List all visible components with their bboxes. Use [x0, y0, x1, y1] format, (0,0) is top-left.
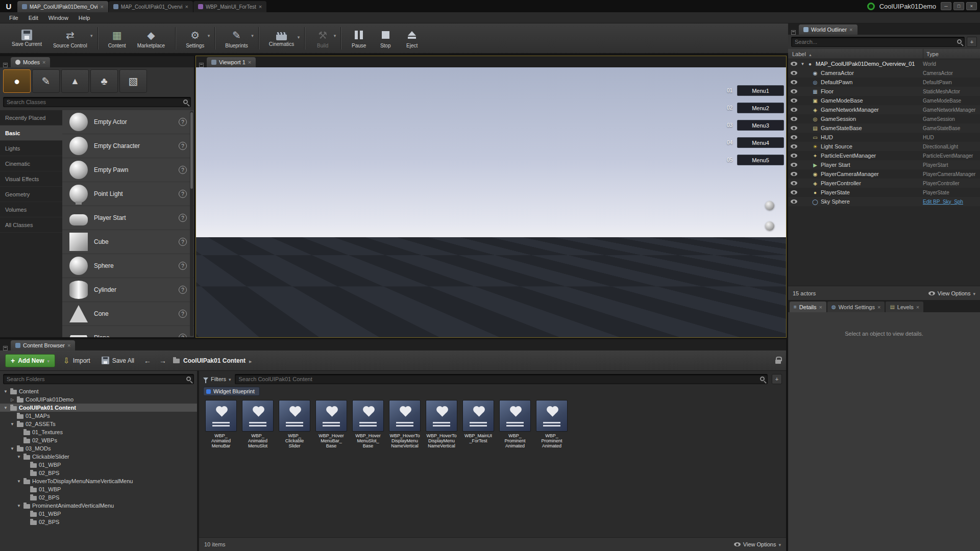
menu-window[interactable]: Window [43, 14, 74, 22]
menu-help[interactable]: Help [74, 14, 95, 22]
outliner-actor-row[interactable]: ▭ HUD HUD [788, 133, 980, 142]
save-all-button[interactable]: Save All [99, 354, 137, 367]
close-icon[interactable] [42, 59, 45, 65]
viewport-overlay-button[interactable] [765, 221, 774, 231]
outliner-actor-row[interactable]: ◉ PlayerCameraManager PlayerCameraManage… [788, 169, 980, 179]
asset-tile[interactable]: WBP_ Prominent Animated [534, 400, 570, 448]
close-icon[interactable] [849, 27, 852, 33]
forward-button[interactable]: → [158, 357, 168, 365]
asset-tile[interactable]: WBP_ Animated MenuBar [203, 400, 239, 448]
chevron-down-icon[interactable] [90, 33, 93, 38]
outliner-actor-row[interactable]: ◈ PlayerController PlayerController [788, 179, 980, 188]
settings-button[interactable]: Settings [180, 27, 210, 50]
outliner-actor-row[interactable]: ✦ ParticleEventManager ParticleEventMana… [788, 151, 980, 160]
placeable-item[interactable]: Empty Character ? [62, 134, 194, 158]
expand-arrow-icon[interactable]: ▼ [3, 406, 8, 410]
asset-tile[interactable]: WBP_HoverTo DisplayMenu NameVertical [387, 400, 423, 448]
close-icon[interactable] [877, 304, 880, 310]
outliner-actor-row[interactable]: ◎ DefaultPawn DefaultPawn [788, 78, 980, 87]
help-icon[interactable]: ? [179, 214, 187, 222]
breadcrumb[interactable]: CoolUIPak01 Content [173, 357, 252, 364]
lock-button[interactable] [775, 360, 781, 364]
folder-tree-item[interactable]: 01_WBP [0, 461, 197, 469]
document-tab[interactable]: WBP_MainUI_ForTest [193, 1, 266, 12]
placeable-item[interactable]: Plane ? [62, 326, 194, 337]
outliner-actor-row[interactable]: ◈ GameNetworkManager GameNetworkManager [788, 105, 980, 114]
tab-world-outliner[interactable]: World Outliner [799, 24, 857, 35]
visibility-eye-icon[interactable] [788, 154, 799, 158]
expand-arrow-icon[interactable]: ▼ [10, 446, 15, 451]
column-header-type[interactable]: Type [923, 49, 980, 59]
asset-tile[interactable]: WBP_MainUI _ForTest [460, 400, 496, 443]
breadcrumb-arrow-icon[interactable] [249, 357, 252, 364]
folder-tree-item[interactable]: ▷ CoolUIPak01Demo [0, 395, 197, 404]
maximize-button[interactable]: □ [953, 2, 964, 10]
asset-tile[interactable]: WBP_Hover MenuBar_ Base [313, 400, 349, 448]
add-new-button[interactable]: Add New [5, 354, 55, 367]
visibility-eye-icon[interactable] [788, 89, 799, 93]
slider-knob[interactable] [399, 318, 410, 329]
pause-button[interactable]: Pause [346, 27, 372, 50]
expand-arrow-icon[interactable]: ▼ [10, 422, 15, 427]
outliner-world-row[interactable]: ▼ ● MAP_CoolUIPak01Demo_Overview_01 Worl… [788, 59, 980, 68]
placeable-item[interactable]: Cube ? [62, 230, 194, 254]
menu-edit[interactable]: Edit [23, 14, 43, 22]
folder-tree-item[interactable]: 01_WBP [0, 510, 197, 518]
folder-tree-item[interactable]: ▼ 02_ASSETs [0, 420, 197, 428]
close-button[interactable]: × [966, 2, 977, 10]
geometry-mode-button[interactable] [119, 69, 147, 93]
source-control-button[interactable]: Source Control [47, 27, 93, 50]
visibility-eye-icon[interactable] [788, 62, 799, 66]
visibility-eye-icon[interactable] [788, 199, 799, 204]
viewport-overlay-button[interactable] [765, 242, 774, 251]
help-icon[interactable]: ? [179, 190, 187, 198]
close-icon[interactable] [916, 304, 919, 310]
outliner-filter-button[interactable] [967, 37, 977, 47]
placeable-item[interactable]: Sphere ? [62, 254, 194, 278]
marketplace-button[interactable]: Marketplace [132, 27, 170, 50]
close-icon[interactable] [819, 304, 822, 310]
help-icon[interactable]: ? [179, 334, 187, 337]
viewport-overlay-button[interactable] [765, 201, 774, 210]
outliner-actor-row[interactable]: ◯ Sky Sphere Edit BP_Sky_Sph [788, 197, 980, 206]
outliner-actor-row[interactable]: ☀ Light Source DirectionalLight [788, 142, 980, 151]
mode-category[interactable]: All Classes [0, 217, 62, 233]
slider-knob[interactable] [557, 288, 568, 299]
placeable-item[interactable]: Empty Pawn ? [62, 158, 194, 182]
cinematics-button[interactable]: Cinematics [263, 28, 300, 48]
tab-well-icon[interactable] [791, 30, 796, 35]
folder-tree-item[interactable]: 01_Textures [0, 428, 197, 436]
folder-tree-item[interactable]: 01_MAPs [0, 412, 197, 420]
foliage-mode-button[interactable] [90, 69, 118, 93]
outliner-search-input[interactable] [791, 37, 965, 47]
minimize-button[interactable]: ─ [941, 2, 951, 10]
placeable-item[interactable]: Cylinder ? [62, 278, 194, 302]
close-icon[interactable] [185, 4, 188, 10]
asset-tile[interactable]: WBP_ Animated MenuSlot [240, 400, 276, 448]
scrollbar[interactable] [190, 111, 193, 336]
chevron-down-icon[interactable] [208, 33, 210, 38]
help-icon[interactable]: ? [179, 262, 187, 270]
expand-arrow-icon[interactable]: ▼ [16, 504, 21, 508]
viewport-overlay-button[interactable] [765, 283, 774, 292]
chevron-down-icon[interactable] [251, 33, 254, 38]
slider-knob[interactable] [589, 318, 600, 329]
mode-category[interactable]: Recently Placed [0, 110, 62, 126]
folder-tree-item[interactable]: ▼ CoolUIPak01 Content [0, 404, 197, 412]
menu-item-button[interactable]: Menu3 [737, 120, 784, 131]
asset-search-input[interactable] [235, 374, 768, 384]
modes-search-input[interactable] [3, 97, 191, 107]
document-tab[interactable]: MAP_CoolUIPak01Demo_Ovi [17, 1, 108, 12]
folder-tree-item[interactable]: 02_BPS [0, 518, 197, 526]
help-icon[interactable]: ? [179, 238, 187, 246]
back-button[interactable]: ← [142, 357, 153, 365]
close-icon[interactable] [67, 342, 70, 348]
close-icon[interactable] [248, 59, 251, 65]
chevron-down-icon[interactable] [334, 33, 336, 38]
expand-arrow-icon[interactable]: ▷ [10, 397, 15, 402]
visibility-eye-icon[interactable] [788, 181, 799, 185]
tab-well-icon[interactable] [199, 63, 204, 67]
folder-tree-item[interactable]: ▼ Content [0, 387, 197, 395]
asset-tile[interactable]: WBP_HoverTo DisplayMenu NameVertical [424, 400, 459, 448]
outliner-actor-row[interactable]: ◉ CameraActor CameraActor [788, 68, 980, 78]
